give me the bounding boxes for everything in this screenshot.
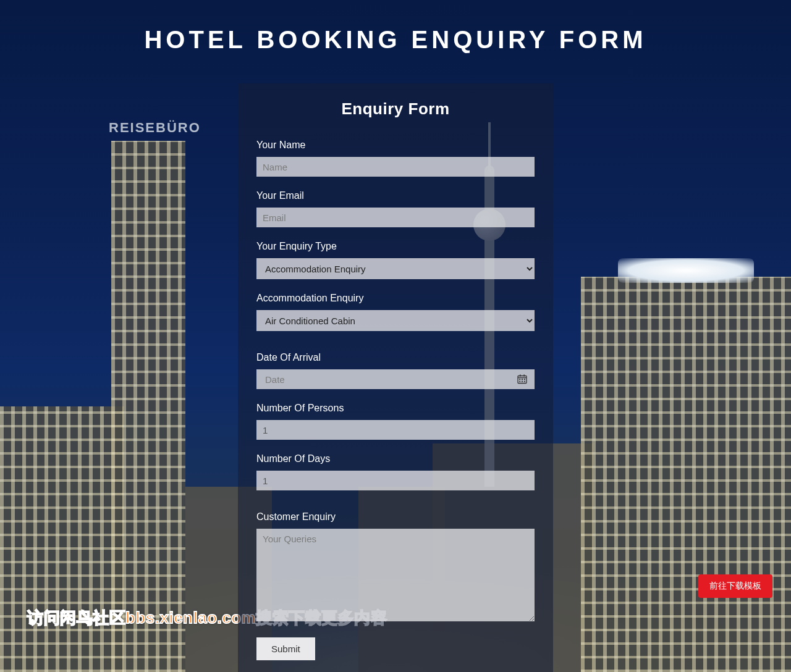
label-persons: Number Of Persons [256, 403, 535, 414]
persons-input[interactable] [256, 420, 535, 440]
field-customer-enquiry: Customer Enquiry [256, 511, 535, 624]
enquiry-form-card: Enquiry Form Your Name Your Email Your E… [238, 83, 553, 672]
field-arrival: Date Of Arrival [256, 352, 535, 389]
field-enquiry-type: Your Enquiry Type Accommodation Enquiry [256, 241, 535, 279]
label-customer-enquiry: Customer Enquiry [256, 511, 535, 523]
page-title: HOTEL BOOKING ENQUIRY FORM [0, 0, 791, 66]
field-days: Number Of Days [256, 453, 535, 490]
name-input[interactable] [256, 157, 535, 177]
enquiry-type-select[interactable]: Accommodation Enquiry [256, 258, 535, 279]
email-input[interactable] [256, 208, 535, 227]
field-persons: Number Of Persons [256, 403, 535, 440]
submit-button[interactable]: Submit [256, 637, 315, 660]
days-input[interactable] [256, 471, 535, 490]
arrival-date-input[interactable] [256, 369, 535, 389]
card-heading: Enquiry Form [256, 99, 535, 119]
label-arrival: Date Of Arrival [256, 352, 535, 363]
field-accommodation: Accommodation Enquiry Air Conditioned Ca… [256, 293, 535, 331]
field-email: Your Email [256, 190, 535, 227]
label-email: Your Email [256, 190, 535, 201]
field-name: Your Name [256, 140, 535, 177]
label-days: Number Of Days [256, 453, 535, 464]
label-accommodation: Accommodation Enquiry [256, 293, 535, 304]
label-enquiry-type: Your Enquiry Type [256, 241, 535, 252]
label-name: Your Name [256, 140, 535, 151]
customer-enquiry-textarea[interactable] [256, 529, 535, 621]
accommodation-select[interactable]: Air Conditioned Cabin [256, 310, 535, 331]
